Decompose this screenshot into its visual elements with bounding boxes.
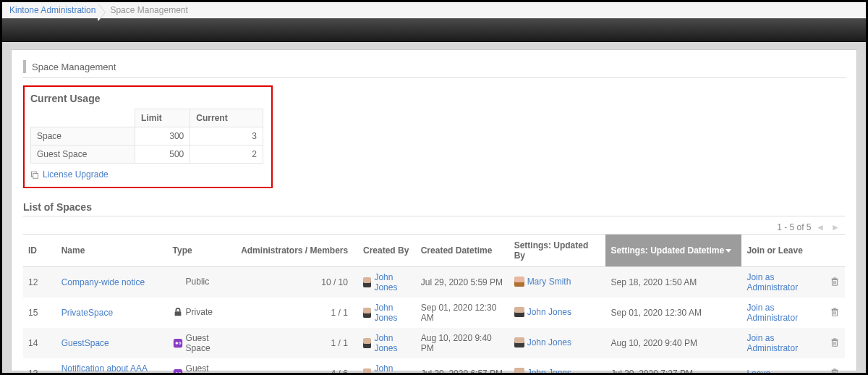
cell-admins: 4 / 6 <box>236 358 358 375</box>
usage-col-current: Current <box>190 109 263 127</box>
svg-rect-1 <box>33 174 38 179</box>
col-created-dt[interactable]: Created Datetime <box>416 235 509 267</box>
breadcrumb-admin-link[interactable]: Kintone Administration <box>9 5 95 15</box>
pager-prev[interactable]: ◄ <box>814 222 827 232</box>
avatar <box>514 337 524 347</box>
list-heading: List of Spaces <box>23 201 845 213</box>
cell-admins: 10 / 10 <box>236 267 358 298</box>
col-updated-by[interactable]: Settings: Updated By <box>509 235 606 267</box>
table-row: 14GuestSpaceGuest Space1 / 1John JonesAu… <box>23 328 845 358</box>
breadcrumb: Kintone Administration Space Management <box>2 2 866 18</box>
cell-created-dt: Jul 30, 2020 6:57 PM <box>416 358 509 375</box>
col-join[interactable]: Join or Leave <box>741 235 825 267</box>
cell-admins: 1 / 1 <box>236 298 358 328</box>
usage-row-label: Guest Space <box>31 146 135 164</box>
public-icon <box>173 277 183 287</box>
avatar <box>514 368 524 376</box>
svg-rect-4 <box>833 277 836 278</box>
svg-rect-3 <box>832 278 838 279</box>
created-by-link[interactable]: John Jones <box>374 363 410 375</box>
col-admins[interactable]: Administrators / Members <box>236 235 358 267</box>
svg-rect-8 <box>174 311 181 316</box>
current-usage-panel: Current Usage Limit Current Space3003Gue… <box>23 85 273 188</box>
usage-row-limit: 300 <box>135 127 190 146</box>
usage-row-current: 3 <box>190 127 263 146</box>
usage-row-current: 2 <box>190 146 263 164</box>
table-row: 15PrivateSpacePrivate1 / 1John JonesSep … <box>23 298 845 328</box>
svg-rect-31 <box>833 368 836 369</box>
space-name-link[interactable]: Company-wide notice <box>61 277 145 287</box>
avatar <box>363 277 371 287</box>
top-bar <box>2 18 866 42</box>
join-leave-link[interactable]: Join as Administrator <box>746 333 798 353</box>
spaces-table: ID Name Type Administrators / Members Cr… <box>23 234 845 375</box>
cell-created-dt: Aug 10, 2020 9:40 PM <box>416 328 509 358</box>
join-leave-link[interactable]: Leave <box>746 368 770 375</box>
cell-updated-dt: Aug 10, 2020 9:40 PM <box>605 328 741 358</box>
svg-point-16 <box>175 342 178 345</box>
page-title: Space Management <box>23 60 845 73</box>
space-name-link[interactable]: PrivateSpace <box>61 308 113 318</box>
col-id[interactable]: ID <box>23 235 56 267</box>
delete-icon[interactable] <box>830 277 840 287</box>
delete-icon[interactable] <box>830 368 840 376</box>
space-name-link[interactable]: Notification about AAA project <box>61 363 148 375</box>
cell-id: 12 <box>23 267 56 298</box>
cell-created-dt: Jul 29, 2020 5:59 PM <box>416 267 509 298</box>
cell-id: 13 <box>23 358 56 375</box>
col-delete <box>825 235 845 267</box>
cell-type: Guest Space <box>186 363 231 375</box>
col-name[interactable]: Name <box>56 235 168 267</box>
cell-type: Guest Space <box>186 333 231 353</box>
cell-updated-dt: Jul 30, 2020 7:27 PM <box>605 358 741 375</box>
guest-space-icon <box>173 368 183 375</box>
svg-point-18 <box>179 342 180 344</box>
col-created-by[interactable]: Created By <box>358 235 416 267</box>
usage-col-limit: Limit <box>135 109 190 127</box>
join-leave-link[interactable]: Join as Administrator <box>746 272 798 292</box>
cell-type: Private <box>186 307 213 317</box>
cell-id: 14 <box>23 328 56 358</box>
usage-blank-header <box>31 109 135 127</box>
avatar <box>363 368 371 375</box>
svg-rect-30 <box>832 369 838 371</box>
table-row: 12Company-wide noticePublic10 / 10John J… <box>23 267 845 298</box>
delete-icon[interactable] <box>830 337 840 347</box>
svg-rect-20 <box>832 339 838 340</box>
avatar <box>363 308 371 318</box>
svg-rect-11 <box>833 308 836 308</box>
license-upgrade-icon <box>30 170 39 179</box>
lock-icon <box>173 307 183 317</box>
join-leave-link[interactable]: Join as Administrator <box>746 303 798 323</box>
delete-icon[interactable] <box>830 307 840 317</box>
cell-updated-dt: Sep 01, 2020 12:30 AM <box>605 298 741 328</box>
col-type[interactable]: Type <box>168 235 237 267</box>
pager-text: 1 - 5 of 5 <box>777 222 811 232</box>
pager-next[interactable]: ► <box>829 222 842 232</box>
usage-row-limit: 500 <box>135 146 190 164</box>
svg-point-27 <box>178 372 181 375</box>
svg-rect-25 <box>173 369 182 375</box>
created-by-link[interactable]: John Jones <box>374 272 410 292</box>
sort-desc-icon <box>726 249 731 253</box>
current-usage-heading: Current Usage <box>30 93 265 104</box>
cell-type: Public <box>186 277 210 287</box>
updated-by-link[interactable]: John Jones <box>527 307 571 317</box>
usage-row-label: Space <box>31 127 135 146</box>
updated-by-link[interactable]: John Jones <box>527 368 571 376</box>
page-container: Space Management Current Usage Limit Cur… <box>11 49 857 371</box>
svg-point-28 <box>179 373 180 374</box>
updated-by-link[interactable]: John Jones <box>527 337 571 347</box>
avatar <box>363 338 371 348</box>
usage-table: Limit Current Space3003Guest Space5002 <box>30 109 263 164</box>
created-by-link[interactable]: John Jones <box>374 303 410 323</box>
table-row: 13Notification about AAA projectGuest Sp… <box>23 358 845 375</box>
created-by-link[interactable]: John Jones <box>374 333 410 353</box>
col-updated-dt[interactable]: Settings: Updated Datetime <box>605 235 741 267</box>
cell-updated-dt: Sep 18, 2020 1:50 AM <box>605 267 741 298</box>
updated-by-link[interactable]: Mary Smith <box>527 277 571 287</box>
space-name-link[interactable]: GuestSpace <box>61 338 109 348</box>
avatar <box>514 307 524 317</box>
license-upgrade-link[interactable]: License Upgrade <box>43 169 109 180</box>
svg-rect-21 <box>833 338 836 339</box>
